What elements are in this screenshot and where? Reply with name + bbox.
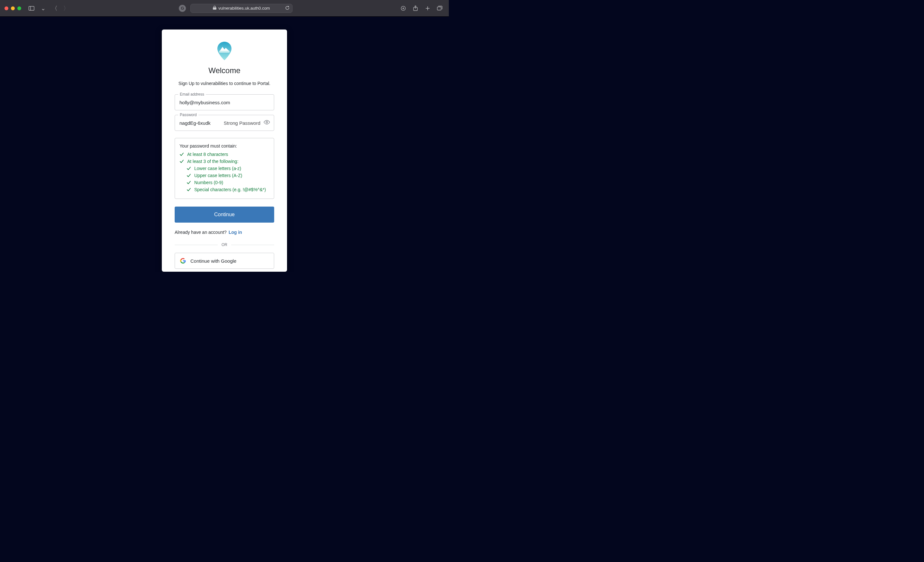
svg-rect-5 [219, 51, 230, 52]
new-tab-button[interactable] [423, 4, 432, 13]
or-separator: OR [175, 242, 274, 247]
chevron-right-icon: 〉 [63, 6, 69, 11]
rule-item: Upper case letters (A-Z) [180, 173, 269, 178]
svg-rect-0 [29, 6, 34, 10]
tabs-icon [437, 6, 442, 10]
email-label: Email address [178, 92, 206, 97]
lock-icon [213, 6, 216, 10]
rule-item: At least 3 of the following: [180, 159, 269, 164]
check-icon [180, 159, 184, 164]
separator-line [231, 245, 274, 245]
tab-group-dropdown[interactable]: ⌄ [39, 4, 48, 13]
rule-item: Numbers (0-9) [180, 180, 269, 185]
email-input[interactable] [175, 95, 274, 110]
rule-text: Numbers (0-9) [194, 180, 223, 185]
chevron-down-icon: ⌄ [41, 6, 46, 11]
eye-icon [264, 120, 270, 124]
plus-icon [425, 6, 430, 11]
rule-item: Lower case letters (a-z) [180, 166, 269, 171]
password-strength-hint: Strong Password [222, 120, 260, 126]
grammarly-extension-icon[interactable]: G [179, 5, 186, 12]
sidebar-toggle-button[interactable] [27, 4, 36, 13]
map-pin-logo-icon [218, 42, 231, 60]
nav-forward-button[interactable]: 〉 [62, 4, 70, 13]
window-zoom-button[interactable] [17, 6, 21, 10]
page-title: Welcome [175, 66, 274, 75]
rule-text: Special characters (e.g. !@#$%^&*) [194, 187, 266, 192]
google-logo-icon [180, 258, 186, 264]
download-icon [400, 6, 406, 11]
check-icon [186, 180, 191, 185]
page-subtitle: Sign Up to vulnerabilities to continue t… [175, 81, 274, 86]
password-label: Password [178, 113, 198, 117]
check-icon [186, 166, 191, 170]
login-link[interactable]: Log in [229, 230, 242, 235]
toggle-password-visibility[interactable] [264, 120, 270, 126]
password-field[interactable]: Password Strong Password [175, 115, 274, 131]
window-minimize-button[interactable] [11, 6, 15, 10]
chevron-left-icon: 〈 [52, 6, 57, 11]
continue-button[interactable]: Continue [175, 206, 274, 223]
page-background: Welcome Sign Up to vulnerabilities to co… [0, 17, 449, 272]
window-close-button[interactable] [4, 6, 8, 10]
reload-icon [285, 6, 290, 10]
address-bar-url: vulnerabilities.uk.auth0.com [218, 6, 270, 10]
email-field[interactable]: Email address [175, 94, 274, 111]
rule-item: At least 8 characters [180, 152, 269, 157]
browser-toolbar: ⌄ 〈 〉 G vulnerabilities.uk.auth0.com [0, 0, 449, 17]
google-button-label: Continue with Google [190, 258, 236, 264]
signup-card: Welcome Sign Up to vulnerabilities to co… [162, 30, 287, 272]
already-have-account-text: Already have an account? [175, 230, 226, 235]
share-icon [413, 6, 418, 11]
or-label: OR [222, 242, 227, 247]
rule-text: Upper case letters (A-Z) [194, 173, 242, 178]
svg-rect-4 [437, 7, 441, 10]
nav-back-button[interactable]: 〈 [50, 4, 59, 13]
share-button[interactable] [411, 4, 420, 13]
app-logo [175, 42, 274, 60]
rule-text: Lower case letters (a-z) [194, 166, 241, 171]
password-rules-box: Your password must contain: At least 8 c… [175, 138, 274, 199]
check-icon [180, 152, 184, 157]
rule-item: Special characters (e.g. !@#$%^&*) [180, 187, 269, 192]
separator-line [175, 245, 218, 245]
password-rules-heading: Your password must contain: [180, 143, 269, 148]
reload-button[interactable] [285, 6, 290, 11]
address-bar[interactable]: vulnerabilities.uk.auth0.com [190, 4, 292, 13]
window-controls [4, 6, 21, 10]
svg-point-6 [266, 121, 268, 123]
login-prompt: Already have an account? Log in [175, 230, 274, 235]
check-icon [186, 173, 191, 178]
tab-overview-button[interactable] [435, 4, 444, 13]
check-icon [186, 187, 191, 192]
rule-text: At least 3 of the following: [187, 159, 238, 164]
continue-with-google-button[interactable]: Continue with Google [175, 253, 274, 269]
sidebar-icon [28, 6, 34, 10]
rule-text: At least 8 characters [187, 152, 228, 157]
downloads-button[interactable] [399, 4, 408, 13]
